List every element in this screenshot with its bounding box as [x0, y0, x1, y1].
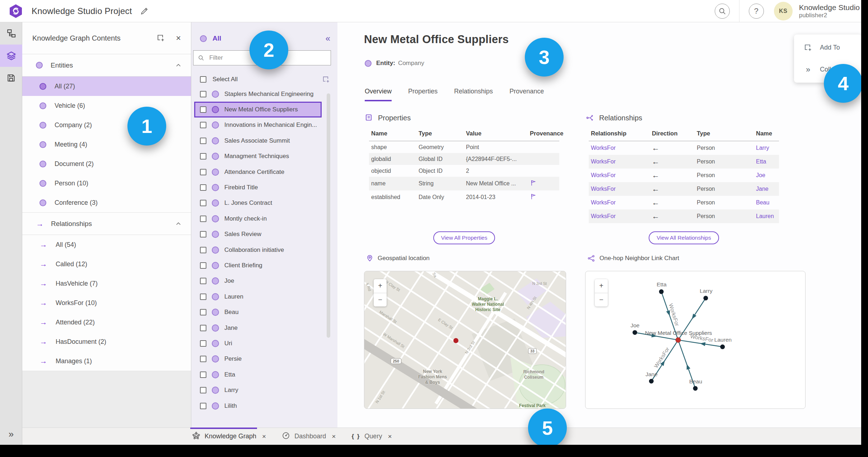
graph-list-item[interactable]: Joe	[191, 273, 337, 289]
entity-type-item[interactable]: Vehicle (6)	[22, 96, 191, 115]
graph-list-item[interactable]: Etta	[191, 367, 337, 382]
tab-properties[interactable]: Properties	[408, 88, 438, 101]
item-checkbox[interactable]	[200, 91, 206, 97]
graph-node-label[interactable]: Jane	[645, 371, 658, 378]
graph-list-item[interactable]: Managment Techniques	[191, 149, 337, 164]
relationship-type-item[interactable]: →Attended (22)	[22, 313, 191, 332]
rail-expand-button[interactable]: »	[0, 429, 22, 440]
chevron-up-icon[interactable]	[175, 62, 182, 69]
close-tab-icon[interactable]: ×	[332, 433, 336, 440]
related-entity-link[interactable]: Joe	[756, 172, 765, 178]
bottom-tab-query[interactable]: { }Query×	[351, 431, 392, 442]
item-checkbox[interactable]	[200, 325, 206, 331]
graph-list-item[interactable]: Lauren	[191, 289, 337, 304]
graph-list-item[interactable]: Firebird Title	[191, 180, 337, 195]
item-checkbox[interactable]	[200, 200, 206, 206]
entities-section-header[interactable]: Entities	[22, 54, 191, 76]
tab-overview[interactable]: Overview	[365, 88, 392, 101]
geospatial-map[interactable]: k RdW Clay StSaN 3rd StN 4th StMarshall …	[364, 271, 566, 409]
add-to-menu-item[interactable]: Add To	[794, 37, 862, 59]
item-checkbox[interactable]	[200, 153, 206, 160]
item-checkbox[interactable]	[200, 231, 206, 237]
relationship-link[interactable]: WorksFor	[591, 172, 616, 178]
graph-list-item[interactable]: Lilith	[191, 398, 337, 414]
graph-list-item[interactable]: L. Jones Contract	[191, 195, 337, 211]
graph-list-item[interactable]: Staplers Mechanical Engineering	[191, 86, 337, 102]
item-checkbox[interactable]	[200, 106, 206, 113]
relationship-type-item[interactable]: →Called (12)	[22, 254, 191, 274]
graph-list-item[interactable]: Innovations in Mechanical Engin...	[191, 117, 337, 133]
related-entity-link[interactable]: Lauren	[756, 213, 774, 219]
relationship-link[interactable]: WorksFor	[591, 213, 616, 219]
item-checkbox[interactable]	[200, 138, 206, 144]
related-entity-link[interactable]: Etta	[756, 158, 766, 165]
graph-node-label[interactable]: Lauren	[714, 337, 732, 343]
relationship-type-item[interactable]: →WorksFor (10)	[22, 293, 191, 313]
avatar[interactable]: KS	[774, 2, 793, 20]
related-entity-link[interactable]: Jane	[756, 186, 769, 192]
zoom-in-button[interactable]: +	[374, 279, 387, 293]
related-entity-link[interactable]: Larry	[756, 145, 769, 151]
relationship-type-item[interactable]: →Manages (1)	[22, 351, 191, 371]
scrollbar-thumb[interactable]	[327, 93, 330, 338]
graph-node-label[interactable]: Larry	[700, 288, 712, 294]
edit-title-icon[interactable]	[140, 7, 149, 15]
view-all-relationships-button[interactable]: View All Relationships	[649, 231, 719, 244]
entity-type-item[interactable]: All (27)	[22, 77, 191, 96]
item-checkbox[interactable]	[200, 371, 206, 378]
graph-list-item[interactable]: Larry	[191, 382, 337, 398]
add-to-new-button[interactable]	[157, 34, 165, 42]
tab-relationships[interactable]: Relationships	[454, 88, 493, 101]
graph-node-label[interactable]: Etta	[657, 281, 667, 288]
graph-list-item[interactable]: Client Briefing	[191, 258, 337, 273]
graph-center-node-label[interactable]: New Metal Office Suppliers	[645, 330, 712, 336]
graph-list-item[interactable]: Collaboration initiative	[191, 242, 337, 258]
close-tab-icon[interactable]: ×	[262, 433, 266, 440]
relationship-type-item[interactable]: →HasVehicle (7)	[22, 274, 191, 293]
graph-list-item[interactable]: Sales Associate Summit	[191, 133, 337, 148]
related-entity-link[interactable]: Beau	[756, 199, 769, 206]
relationship-link[interactable]: WorksFor	[591, 145, 616, 151]
bottom-tab-knowledge-graph[interactable]: Knowledge Graph×	[192, 431, 266, 442]
item-checkbox[interactable]	[200, 294, 206, 300]
graph-list-item[interactable]: New Metal Office Suppliers	[194, 102, 322, 117]
map-marker[interactable]	[453, 338, 458, 343]
item-checkbox[interactable]	[200, 262, 206, 269]
item-checkbox[interactable]	[200, 309, 206, 315]
item-checkbox[interactable]	[200, 356, 206, 362]
close-panel-button[interactable]: ×	[176, 34, 181, 42]
graph-list-item[interactable]: Uri	[191, 336, 337, 351]
item-checkbox[interactable]	[200, 216, 206, 222]
bottom-tab-dashboard[interactable]: Dashboard×	[282, 431, 336, 442]
relationship-type-item[interactable]: →HasDocument (2)	[22, 332, 191, 351]
tab-provenance[interactable]: Provenance	[509, 88, 544, 101]
graph-list-item[interactable]: Sales Review	[191, 227, 337, 242]
graph-list-item[interactable]: Attendance Certificate	[191, 164, 337, 180]
help-button[interactable]: ?	[749, 4, 764, 19]
graph-list-item[interactable]: Persie	[191, 351, 337, 367]
graph-node-label[interactable]: Beau	[689, 378, 702, 385]
item-checkbox[interactable]	[200, 169, 206, 175]
user-info[interactable]: Knowledge Studio publisher2	[799, 3, 861, 19]
graph-list-item[interactable]: Montly check-in	[191, 211, 337, 226]
zoom-out-button[interactable]: −	[595, 293, 608, 307]
graph-list-item[interactable]: Jane	[191, 320, 337, 336]
close-tab-icon[interactable]: ×	[388, 433, 392, 440]
select-all-checkbox[interactable]	[200, 76, 206, 83]
item-checkbox[interactable]	[200, 122, 206, 128]
relationship-link[interactable]: WorksFor	[591, 199, 616, 206]
provenance-flag-icon[interactable]	[530, 181, 537, 188]
relationship-link[interactable]: WorksFor	[591, 158, 616, 165]
search-button[interactable]	[715, 4, 730, 19]
graph-list-item[interactable]: Beau	[191, 304, 337, 320]
link-chart[interactable]: EttaLarryJoeLaurenJaneBeauNew Metal Offi…	[585, 271, 806, 409]
rail-save-button[interactable]	[0, 67, 22, 89]
relationship-link[interactable]: WorksFor	[591, 186, 616, 192]
item-checkbox[interactable]	[200, 184, 206, 191]
item-checkbox[interactable]	[200, 387, 206, 393]
relationships-section-header[interactable]: → Relationships	[22, 213, 191, 235]
collapse-panel-icon[interactable]: «	[326, 33, 330, 43]
entity-type-item[interactable]: Meeting (4)	[22, 135, 191, 154]
entity-type-item[interactable]: Document (2)	[22, 154, 191, 174]
zoom-in-button[interactable]: +	[595, 279, 608, 293]
